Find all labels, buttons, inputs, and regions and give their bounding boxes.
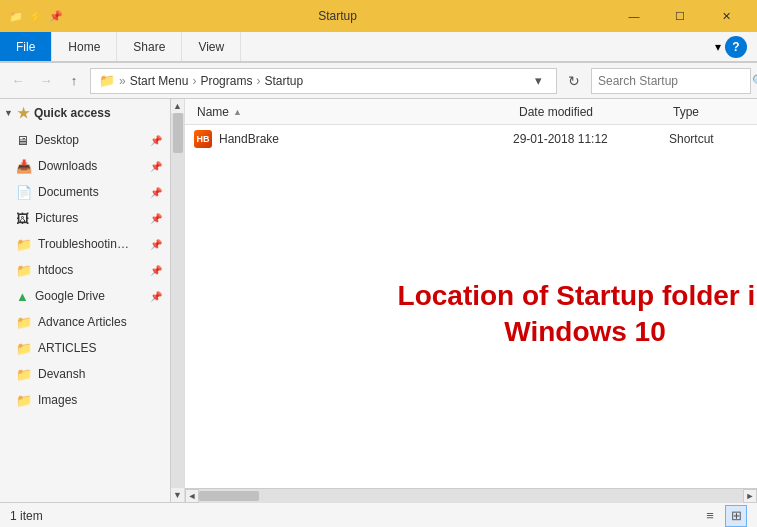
sidebar-desktop-label: Desktop xyxy=(35,133,144,147)
view-buttons: ≡ ⊞ xyxy=(699,505,747,527)
sidebar-documents-label: Documents xyxy=(38,185,144,199)
breadcrumb-dropdown-button[interactable]: ▾ xyxy=(528,71,548,91)
breadcrumb-sep-1: » xyxy=(119,74,126,88)
file-list: HB HandBrake 29-01-2018 11:12 Shortcut xyxy=(185,125,757,153)
breadcrumb-startup[interactable]: Startup xyxy=(264,74,303,88)
chevron-down-icon: ▾ xyxy=(715,40,721,54)
sidebar-item-troubleshoot[interactable]: 📁 Troubleshootin… 📌 xyxy=(0,231,170,257)
title-bar-left-icons: 📁 ⚡ 📌 xyxy=(8,8,64,24)
pin-icon-downloads: 📌 xyxy=(150,161,162,172)
images-icon: 📁 xyxy=(16,393,32,408)
pin-icon-googledrive: 📌 xyxy=(150,291,162,302)
downloads-icon: 📥 xyxy=(16,159,32,174)
refresh-button[interactable]: ↻ xyxy=(561,68,587,94)
tab-home[interactable]: Home xyxy=(52,32,117,61)
vscroll-thumb xyxy=(173,113,183,153)
address-bar: ← → ↑ 📁 » Start Menu › Programs › Startu… xyxy=(0,63,757,99)
quick-access-icon: ⚡ xyxy=(28,8,44,24)
minimize-button[interactable]: — xyxy=(611,0,657,32)
close-button[interactable]: ✕ xyxy=(703,0,749,32)
title-bar: 📁 ⚡ 📌 Startup — ☐ ✕ xyxy=(0,0,757,32)
sidebar-pictures-label: Pictures xyxy=(35,211,144,225)
col-type-label: Type xyxy=(673,105,699,119)
col-name-label: Name xyxy=(197,105,229,119)
pin-icon: 📌 xyxy=(48,8,64,24)
sidebar-item-pictures[interactable]: 🖼 Pictures 📌 xyxy=(0,205,170,231)
column-headers: Name ▲ Date modified Type xyxy=(185,99,757,125)
sidebar-item-htdocs[interactable]: 📁 htdocs 📌 xyxy=(0,257,170,283)
col-header-type[interactable]: Type xyxy=(669,99,749,124)
detail-view-button[interactable]: ⊞ xyxy=(725,505,747,527)
pin-icon-documents: 📌 xyxy=(150,187,162,198)
file-name-handbrake: HandBrake xyxy=(219,132,507,146)
pictures-icon: 🖼 xyxy=(16,211,29,226)
col-header-date[interactable]: Date modified xyxy=(515,99,665,124)
sidebar-item-desktop[interactable]: 🖥 Desktop 📌 xyxy=(0,127,170,153)
status-bar: 1 item ≡ ⊞ xyxy=(0,502,757,527)
sidebar-item-downloads[interactable]: 📥 Downloads 📌 xyxy=(0,153,170,179)
breadcrumb-programs[interactable]: Programs xyxy=(200,74,252,88)
sidebar-item-images[interactable]: 📁 Images xyxy=(0,387,170,413)
back-button[interactable]: ← xyxy=(6,69,30,93)
overlay-text: Location of Startup folder in Windows 10 xyxy=(395,277,757,350)
maximize-button[interactable]: ☐ xyxy=(657,0,703,32)
col-header-name[interactable]: Name ▲ xyxy=(193,99,511,124)
hscroll-track xyxy=(199,489,743,503)
search-box: 🔍 xyxy=(591,68,751,94)
sidebar-images-label: Images xyxy=(38,393,162,407)
sidebar-inner: ▼ ★ Quick access 🖥 Desktop 📌 📥 Downloads… xyxy=(0,99,184,502)
sidebar-item-advance[interactable]: 📁 Advance Articles xyxy=(0,309,170,335)
content-area: Name ▲ Date modified Type HB HandBrake 2… xyxy=(185,99,757,502)
hscroll-left-button[interactable]: ◄ xyxy=(185,489,199,503)
search-input[interactable] xyxy=(598,74,748,88)
sidebar-item-articles[interactable]: 📁 ARTICLES xyxy=(0,335,170,361)
articles-icon: 📁 xyxy=(16,341,32,356)
expand-arrow-icon: ▼ xyxy=(4,108,13,118)
file-row-handbrake[interactable]: HB HandBrake 29-01-2018 11:12 Shortcut xyxy=(185,125,757,153)
breadcrumb[interactable]: 📁 » Start Menu › Programs › Startup ▾ xyxy=(90,68,557,94)
file-area: HB HandBrake 29-01-2018 11:12 Shortcut L… xyxy=(185,125,757,488)
main-layout: ▼ ★ Quick access 🖥 Desktop 📌 📥 Downloads… xyxy=(0,99,757,502)
up-button[interactable]: ↑ xyxy=(62,69,86,93)
forward-button[interactable]: → xyxy=(34,69,58,93)
tab-file[interactable]: File xyxy=(0,32,52,61)
sidebar-devansh-label: Devansh xyxy=(38,367,162,381)
search-icon: 🔍 xyxy=(752,74,757,88)
vscroll-up-button[interactable]: ▲ xyxy=(171,99,185,113)
sidebar-item-devansh[interactable]: 📁 Devansh xyxy=(0,361,170,387)
sidebar-vscrollbar: ▲ ▼ xyxy=(170,99,184,502)
pin-icon-desktop: 📌 xyxy=(150,135,162,146)
sidebar-item-googledrive[interactable]: ▲ Google Drive 📌 xyxy=(0,283,170,309)
handbrake-file-icon: HB xyxy=(193,129,213,149)
sidebar-advance-label: Advance Articles xyxy=(38,315,162,329)
advance-icon: 📁 xyxy=(16,315,32,330)
col-date-label: Date modified xyxy=(519,105,593,119)
devansh-icon: 📁 xyxy=(16,367,32,382)
star-icon: ★ xyxy=(17,105,30,121)
pin-icon-troubleshoot: 📌 xyxy=(150,239,162,250)
vscroll-down-button[interactable]: ▼ xyxy=(171,488,185,502)
htdocs-icon: 📁 xyxy=(16,263,32,278)
tab-share[interactable]: Share xyxy=(117,32,182,61)
window-title: Startup xyxy=(70,9,605,23)
file-type-handbrake: Shortcut xyxy=(669,132,749,146)
pin-icon-htdocs: 📌 xyxy=(150,265,162,276)
h-scrollbar: ◄ ► xyxy=(185,488,757,502)
sidebar-item-documents[interactable]: 📄 Documents 📌 xyxy=(0,179,170,205)
ribbon-expand[interactable]: ▾ ? xyxy=(705,32,757,61)
hscroll-right-button[interactable]: ► xyxy=(743,489,757,503)
sidebar-htdocs-label: htdocs xyxy=(38,263,144,277)
breadcrumb-startmenu[interactable]: Start Menu xyxy=(130,74,189,88)
hscroll-thumb xyxy=(199,491,259,501)
sidebar-downloads-label: Downloads xyxy=(38,159,144,173)
sidebar-scroll: ▼ ★ Quick access 🖥 Desktop 📌 📥 Downloads… xyxy=(0,99,170,502)
sidebar: ▼ ★ Quick access 🖥 Desktop 📌 📥 Downloads… xyxy=(0,99,185,502)
tab-view[interactable]: View xyxy=(182,32,241,61)
window-controls: — ☐ ✕ xyxy=(611,0,749,32)
help-button[interactable]: ? xyxy=(725,36,747,58)
list-view-button[interactable]: ≡ xyxy=(699,505,721,527)
overlay-line2: Windows 10 xyxy=(504,316,666,347)
quick-access-header[interactable]: ▼ ★ Quick access xyxy=(0,99,170,127)
breadcrumb-sep-2: › xyxy=(192,74,196,88)
breadcrumb-folder-icon: 📁 xyxy=(99,73,115,88)
